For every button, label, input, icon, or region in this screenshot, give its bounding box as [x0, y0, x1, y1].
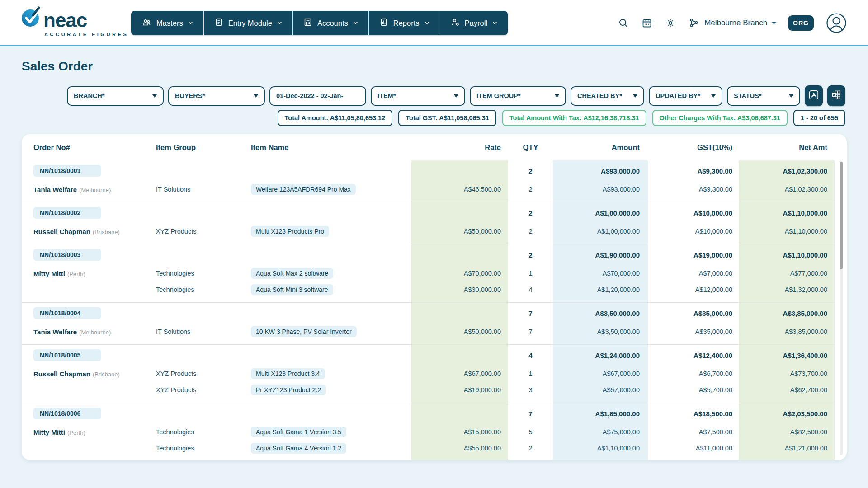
net-amt-cell: A$73,700.00: [739, 370, 835, 377]
item-group-cell: IT Solutions: [155, 328, 250, 335]
buyer-city: (Perth): [67, 429, 85, 436]
column-header-item-name: Item Name: [250, 143, 411, 152]
export-excel-button[interactable]: [827, 85, 845, 106]
qty-cell: 4: [508, 286, 553, 293]
gst-total-cell: A$10,000.00: [648, 209, 739, 217]
nav-masters-button[interactable]: Masters: [131, 11, 204, 35]
qty-cell: 2: [508, 228, 553, 235]
order-no-badge[interactable]: NN/1018/0004: [33, 307, 101, 319]
amount-total-cell: A$3,50,000.00: [553, 310, 648, 317]
qty-total-cell: 7: [508, 410, 553, 418]
excel-export-icon: [830, 89, 842, 103]
export-pdf-button[interactable]: [805, 85, 823, 106]
created-by-filter-dropdown[interactable]: CREATED BY*: [571, 86, 644, 106]
net-amt-total-cell: A$1,36,400.00: [739, 352, 835, 359]
other-charges-badge: Other Charges With Tax: A$3,06,687.31: [652, 110, 788, 126]
order-summary-row: NN/1018/00067A$1,85,000.00A$18,500.00A$2…: [22, 403, 847, 424]
order-summary-row: NN/1018/00047A$3,50,000.00A$35,000.00A$3…: [22, 303, 847, 324]
nav-accounts-button[interactable]: Accounts: [293, 11, 369, 35]
item-group-filter-dropdown[interactable]: ITEM GROUP*: [470, 86, 566, 106]
order-item-row: Mitty Mitti(Perth)TechnologiesAqua Soft …: [22, 424, 847, 440]
qty-cell: 7: [508, 328, 553, 335]
order-group-separator: [22, 302, 835, 303]
order-no-badge[interactable]: NN/1018/0006: [33, 408, 101, 419]
branch-selector[interactable]: Melbourne Branch: [688, 17, 776, 29]
gst-cell: A$10,000.00: [648, 228, 739, 235]
item-name-badge: Multi X123 Product 3.4: [251, 368, 325, 379]
item-name-cell: Multi X123 Product 3.4: [250, 368, 411, 379]
order-no-badge[interactable]: NN/1018/0002: [33, 207, 101, 219]
pdf-export-icon: [808, 89, 820, 103]
status-filter-dropdown[interactable]: STATUS*: [727, 86, 800, 106]
branch-filter-dropdown[interactable]: BRANCH*: [67, 86, 164, 106]
order-item-row: Tania Welfare(Melbourne)IT Solutions10 K…: [22, 324, 847, 340]
sales-order-table: Order No# Item Group Item Name Rate QTY …: [22, 134, 847, 460]
table-scrollbar-thumb[interactable]: [840, 162, 843, 269]
order-no-badge[interactable]: NN/1018/0001: [33, 165, 101, 177]
net-amt-cell: A$62,700.00: [739, 386, 835, 394]
item-name-badge: Aqua Soft Mini 3 software: [251, 284, 333, 295]
order-group-separator: [22, 344, 835, 345]
amount-cell: A$3,50,000.00: [553, 328, 648, 335]
order-group: NN/1018/00022A$1,00,000.00A$10,000.00A$1…: [22, 202, 847, 244]
amount-cell: A$57,000.00: [553, 386, 648, 394]
column-header-qty: QTY: [508, 143, 553, 152]
amount-cell: A$93,000.00: [553, 186, 648, 193]
payroll-gear-icon: [451, 18, 460, 28]
amount-cell: A$1,10,000.00: [553, 445, 648, 452]
item-group-cell: Technologies: [155, 270, 250, 277]
chevron-down-icon: [789, 94, 793, 98]
nav-reports-button[interactable]: Reports: [369, 11, 440, 35]
settings-gear-icon[interactable]: [665, 17, 676, 29]
item-name-cell: 10 KW 3 Phase, PV Solar Inverter: [250, 326, 411, 337]
pagination-counter: 1 - 20 of 655: [793, 110, 845, 126]
page-title: Sales Order: [22, 59, 93, 74]
item-group-cell: Technologies: [155, 445, 250, 452]
rate-cell: A$46,500.00: [411, 186, 508, 193]
search-icon[interactable]: [618, 17, 629, 29]
item-group-cell: Technologies: [155, 286, 250, 293]
gst-cell: A$5,700.00: [648, 386, 739, 394]
nav-payroll-button[interactable]: Payroll: [440, 11, 508, 35]
item-name-badge: Pr XYZ123 Product 2.2: [251, 385, 326, 395]
item-filter-dropdown[interactable]: ITEM*: [371, 86, 465, 106]
buyer-cell: Russell Chapman(Brisbane): [22, 370, 155, 378]
item-name-badge: Welfare 123A5AFDR694 Pro Max: [251, 184, 356, 195]
nav-entry-module-button[interactable]: Entry Module: [204, 11, 293, 35]
column-header-rate: Rate: [411, 143, 508, 152]
item-name-cell: Pr XYZ123 Product 2.2: [250, 385, 411, 395]
buyers-filter-dropdown[interactable]: BUYERS*: [168, 86, 265, 106]
chevron-down-icon: [188, 21, 193, 25]
rate-cell: A$67,000.00: [411, 370, 508, 377]
updated-by-filter-dropdown[interactable]: UPDATED BY*: [649, 86, 722, 106]
buyer-cell: Mitty Mitti(Perth): [22, 270, 155, 277]
qty-total-cell: 2: [508, 209, 553, 217]
chevron-down-icon: [711, 94, 716, 98]
order-item-row: Tania Welfare(Melbourne)IT SolutionsWelf…: [22, 181, 847, 197]
order-no-badge[interactable]: NN/1018/0003: [33, 249, 101, 261]
net-amt-total-cell: A$2,03,500.00: [739, 410, 835, 418]
order-group-separator: [22, 244, 835, 244]
calendar-icon[interactable]: [641, 17, 653, 29]
column-header-amount: Amount: [553, 143, 648, 152]
net-amt-cell: A$1,21,000.00: [739, 445, 835, 452]
qty-cell: 5: [508, 428, 553, 436]
order-item-row: Russell Chapman(Brisbane)XYZ ProductsMul…: [22, 366, 847, 382]
gst-cell: A$7,000.00: [648, 270, 739, 277]
item-name-badge: Aqua Soft Gama 4 Version 1.2: [251, 443, 346, 454]
org-badge-button[interactable]: ORG: [788, 15, 814, 31]
total-with-tax-badge: Total Amount With Tax: A$12,16,38,718.31: [502, 110, 646, 126]
item-name-badge: 10 KW 3 Phase, PV Solar Inverter: [251, 326, 357, 337]
order-no-badge[interactable]: NN/1018/0005: [33, 349, 101, 361]
item-name-cell: Aqua Soft Gama 4 Version 1.2: [250, 443, 411, 454]
user-avatar-icon[interactable]: [826, 12, 847, 34]
top-navigation-bar: neac ACCURATE FIGURES Masters E: [0, 0, 868, 46]
date-range-input[interactable]: 01-Dec-2022 - 02-Jan-: [269, 86, 366, 106]
app-logo[interactable]: neac ACCURATE FIGURES: [21, 5, 128, 37]
net-amt-cell: A$1,32,000.00: [739, 286, 835, 293]
gst-cell: A$7,500.00: [648, 428, 739, 436]
gst-cell: A$12,000.00: [648, 286, 739, 293]
buyer-name: Tania Welfare: [33, 328, 77, 336]
people-icon: [142, 18, 151, 28]
buyer-city: (Brisbane): [93, 371, 120, 378]
